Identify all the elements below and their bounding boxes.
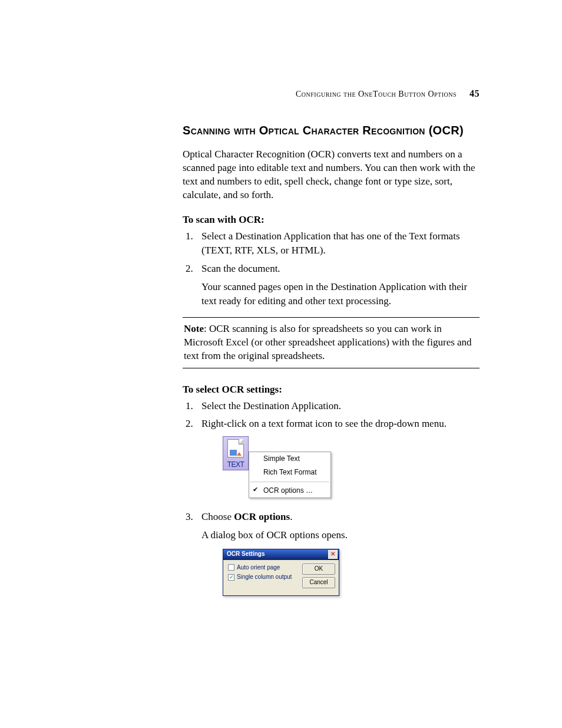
step-text-post: . [290, 511, 292, 522]
step-item: Right-click on a text format icon to see… [196, 417, 480, 506]
section-heading: Scanning with Optical Character Recognit… [183, 124, 480, 137]
close-button[interactable]: ✕ [328, 550, 338, 559]
menu-item-ocr-options[interactable]: OCR options … [249, 484, 330, 498]
context-menu: Simple Text Rich Text Format OCR options… [249, 452, 331, 498]
note-body: : OCR scanning is also for spreadsheets … [184, 323, 472, 361]
subheading-select-ocr: To select OCR settings: [183, 384, 480, 396]
option-label: Auto orient page [237, 564, 280, 572]
dialog-options: Auto orient page ✓ Single column output [228, 564, 297, 591]
page: Configuring the OneTouch Button Options … [0, 0, 562, 728]
cancel-button[interactable]: Cancel [302, 577, 335, 588]
step-followup: Your scanned pages open in the Destinati… [201, 280, 480, 309]
dialog-titlebar: OCR Settings ✕ [223, 549, 339, 560]
menu-separator [250, 482, 329, 482]
steps-scan-ocr: Select a Destination Application that ha… [183, 229, 480, 309]
subheading-scan-ocr: To scan with OCR: [183, 214, 480, 226]
running-head-text: Configuring the OneTouch Button Options [296, 90, 457, 98]
option-single-column[interactable]: ✓ Single column output [228, 573, 297, 582]
intro-paragraph: Optical Character Recognition (OCR) conv… [183, 148, 480, 202]
ok-button[interactable]: OK [302, 564, 335, 575]
step-text: Right-click on a text format icon to see… [201, 418, 447, 429]
option-label: Single column output [237, 573, 292, 582]
checkbox-icon: ✓ [228, 574, 234, 581]
text-format-label: TEXT [227, 460, 244, 470]
close-icon: ✕ [330, 551, 335, 557]
step-item: Choose OCR options. A dialog box of OCR … [196, 510, 480, 595]
document-icon [227, 439, 244, 457]
step-item: Select a Destination Application that ha… [196, 229, 480, 258]
menu-item-rich-text[interactable]: Rich Text Format [249, 466, 330, 479]
step-text-bold: OCR options [234, 511, 290, 522]
option-auto-orient[interactable]: Auto orient page [228, 564, 297, 572]
note-label: Note [184, 323, 204, 334]
text-format-tile[interactable]: TEXT [223, 436, 249, 470]
note-box: Note: OCR scanning is also for spreadshe… [183, 317, 480, 368]
step-item: Select the Destination Application. [196, 399, 480, 414]
step-text: Select the Destination Application. [201, 400, 341, 411]
menu-assembly: TEXT Simple Text Rich Text Format OCR op… [223, 436, 331, 498]
step-followup: A dialog box of OCR options opens. [201, 528, 480, 543]
menu-item-simple-text[interactable]: Simple Text [249, 452, 330, 466]
content: Scanning with Optical Character Recognit… [183, 124, 480, 596]
ocr-settings-dialog: OCR Settings ✕ Auto orient page [223, 549, 339, 596]
running-head: Configuring the OneTouch Button Options … [296, 88, 480, 99]
checkbox-icon [228, 564, 234, 571]
step-text: Scan the document. [201, 263, 280, 274]
step-text: Select a Destination Application that ha… [201, 230, 460, 256]
step-item: Scan the document. Your scanned pages op… [196, 262, 480, 309]
dialog-title: OCR Settings [227, 550, 265, 559]
step-text-pre: Choose [201, 511, 234, 522]
dialog-buttons: OK Cancel [302, 564, 335, 591]
context-menu-screenshot: TEXT Simple Text Rich Text Format OCR op… [223, 436, 331, 498]
page-number: 45 [470, 88, 480, 98]
dialog-body: Auto orient page ✓ Single column output … [223, 560, 339, 595]
steps-select-ocr: Select the Destination Application. Righ… [183, 399, 480, 596]
